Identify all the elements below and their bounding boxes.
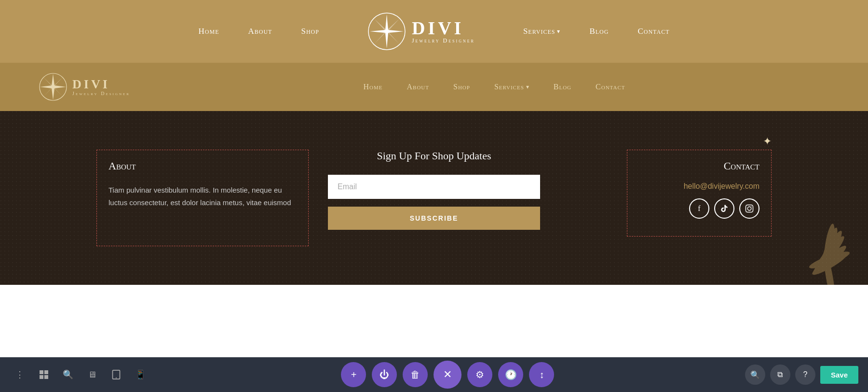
history-button[interactable]: 🕐: [498, 362, 523, 387]
toolbar-center: + ⏻ 🗑 ✕ ⚙ 🕐 ↕: [341, 361, 554, 389]
footer-contact-title: Contact: [639, 160, 760, 172]
footer-about-text: Tiam pulvinar vestibulum mollis. In mole…: [108, 184, 297, 209]
svg-marker-16: [43, 77, 53, 87]
save-button[interactable]: Save: [820, 366, 858, 384]
chevron-down-icon: ▾: [557, 28, 560, 35]
compass-star-icon: [367, 12, 406, 51]
svg-marker-18: [43, 87, 53, 97]
instagram-icon[interactable]: [739, 198, 760, 219]
svg-point-31: [751, 206, 752, 207]
palm-leaf-decoration: [781, 174, 868, 285]
compass-star-small-icon: [39, 72, 68, 101]
footer-about-box: About Tiam pulvinar vestibulum mollis. I…: [96, 150, 309, 246]
svg-rect-32: [40, 370, 43, 374]
toolbar-right: 🔍 ⧉ ? Save: [745, 364, 858, 385]
svg-point-30: [747, 207, 751, 210]
facebook-icon[interactable]: f: [689, 198, 709, 219]
svg-rect-35: [44, 375, 48, 379]
svg-marker-7: [387, 19, 399, 31]
social-icons: f: [639, 198, 760, 219]
desktop-view-button[interactable]: 🖥: [82, 364, 102, 385]
svg-marker-19: [53, 87, 63, 97]
chevron-down-icon: ▾: [526, 84, 529, 91]
toolbar-left: ⋮ 🔍 🖥 📱: [10, 364, 150, 385]
brand-name-top: DIVI: [412, 19, 475, 37]
newsletter-title: Sign Up For Shop Updates: [377, 150, 491, 162]
svg-rect-29: [746, 205, 753, 212]
settings-button[interactable]: ⚙: [467, 362, 492, 387]
tablet-view-button[interactable]: [106, 364, 126, 385]
footer-about-title: About: [108, 160, 297, 172]
layers-button[interactable]: ⧉: [770, 364, 790, 385]
contact-email: hello@divijewelry.com: [639, 182, 760, 191]
svg-rect-34: [40, 375, 43, 379]
search-toolbar-button[interactable]: 🔍: [745, 364, 765, 385]
logo-top: DIVI Jewelry Designer: [367, 12, 475, 51]
svg-marker-9: [387, 31, 399, 44]
nav-home-top[interactable]: Home: [199, 27, 219, 36]
mobile-view-button[interactable]: 📱: [130, 364, 150, 385]
delete-button[interactable]: 🗑: [403, 362, 428, 387]
svg-point-10: [385, 29, 389, 33]
footer-grid: About Tiam pulvinar vestibulum mollis. I…: [96, 150, 772, 246]
nav-about-second[interactable]: About: [407, 83, 430, 91]
footer-contact-area: ✦ Contact hello@divijewelry.com f: [559, 150, 772, 237]
logo-second: DIVI Jewelry Designer: [39, 72, 130, 101]
help-button[interactable]: ?: [795, 364, 815, 385]
nav-blog-top[interactable]: Blog: [589, 27, 609, 36]
svg-marker-17: [53, 77, 63, 87]
svg-rect-33: [44, 370, 48, 374]
logo-text-second: DIVI Jewelry Designer: [72, 78, 130, 96]
header-top: Home About Shop DIVI Jewelry Designer: [0, 0, 868, 63]
nav-shop-top[interactable]: Shop: [301, 27, 319, 36]
nav-blog-second[interactable]: Blog: [554, 83, 571, 91]
nav-second: Home About Shop Services ▾ Blog Contact: [159, 83, 829, 91]
svg-point-20: [52, 85, 54, 88]
nav-home-second[interactable]: Home: [364, 83, 383, 91]
footer-newsletter: Sign Up For Shop Updates SUBSCRIBE: [328, 150, 540, 230]
search-button[interactable]: 🔍: [58, 364, 78, 385]
header-second: DIVI Jewelry Designer Home About Shop Se…: [0, 63, 868, 111]
close-button[interactable]: ✕: [434, 361, 461, 389]
add-button[interactable]: +: [341, 362, 366, 387]
nav-shop-second[interactable]: Shop: [453, 83, 470, 91]
arrows-button[interactable]: ↕: [529, 362, 554, 387]
nav-contact-second[interactable]: Contact: [596, 83, 625, 91]
footer-contact-box: Contact hello@divijewelry.com f: [627, 150, 772, 237]
decorative-star-icon: ✦: [763, 135, 772, 148]
subscribe-button[interactable]: SUBSCRIBE: [328, 207, 540, 230]
grid-view-button[interactable]: [34, 364, 54, 385]
svg-marker-8: [374, 31, 387, 44]
nav-contact-top[interactable]: Contact: [637, 27, 669, 36]
menu-dots-button[interactable]: ⋮: [10, 364, 30, 385]
nav-services-top[interactable]: Services ▾: [523, 27, 561, 36]
svg-marker-6: [374, 19, 387, 31]
footer-section: About Tiam pulvinar vestibulum mollis. I…: [0, 111, 868, 285]
brand-sub-top: Jewelry Designer: [412, 37, 475, 44]
brand-name-second: DIVI: [72, 78, 130, 91]
tiktok-icon[interactable]: [714, 198, 734, 219]
toolbar: ⋮ 🔍 🖥 📱 + ⏻ 🗑 ✕ ⚙ 🕐 ↕ 🔍 ⧉ ? Save: [0, 357, 868, 392]
nav-about-top[interactable]: About: [248, 27, 272, 36]
power-button[interactable]: ⏻: [372, 362, 397, 387]
nav-services-second[interactable]: Services ▾: [494, 83, 529, 91]
logo-text-top: DIVI Jewelry Designer: [412, 19, 475, 44]
email-input[interactable]: [328, 175, 540, 199]
nav-top: Home About Shop DIVI Jewelry Designer: [199, 12, 670, 51]
brand-sub-second: Jewelry Designer: [72, 91, 130, 96]
